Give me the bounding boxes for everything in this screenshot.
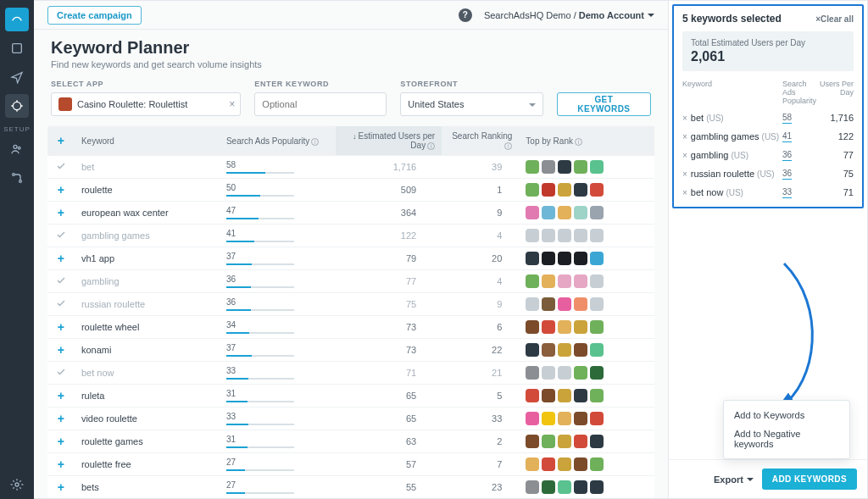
export-dropdown[interactable]: Export bbox=[714, 474, 754, 485]
selected-check-icon[interactable] bbox=[56, 369, 66, 379]
popularity-cell: 34 bbox=[220, 316, 336, 339]
users-cell: 73 bbox=[336, 339, 442, 362]
popularity-cell: 36 bbox=[220, 270, 336, 293]
users-cell: 122 bbox=[336, 225, 442, 247]
table-row[interactable]: +roulette wheel34736 bbox=[47, 316, 654, 339]
add-keywords-button[interactable]: ADD KEYWORDS bbox=[762, 469, 857, 490]
table-row[interactable]: gambling36774 bbox=[47, 270, 654, 293]
nav-flow-icon[interactable] bbox=[5, 166, 29, 190]
nav-users-icon[interactable] bbox=[5, 137, 29, 161]
side-col-users: Users Per Day bbox=[818, 80, 854, 105]
users-cell: 79 bbox=[336, 247, 442, 270]
enter-keyword-label: ENTER KEYWORD bbox=[254, 80, 387, 88]
help-icon[interactable]: ? bbox=[459, 8, 472, 22]
table-row[interactable]: +ruleta31655 bbox=[47, 385, 654, 408]
selected-check-icon[interactable] bbox=[56, 163, 66, 173]
clear-app-icon[interactable]: × bbox=[229, 98, 235, 110]
settings-icon[interactable] bbox=[5, 473, 29, 496]
keyword-cell: video roulette bbox=[75, 408, 220, 430]
nav-target-icon[interactable] bbox=[5, 94, 29, 118]
remove-keyword-icon[interactable]: × bbox=[682, 132, 687, 141]
table-row[interactable]: bet now337121 bbox=[47, 362, 654, 385]
add-keyword-icon[interactable]: + bbox=[58, 412, 64, 425]
nav-dashboard-icon[interactable] bbox=[5, 36, 29, 60]
popularity-cell: 31 bbox=[220, 430, 336, 453]
selection-summary-box: 5 keywords selected ×Clear all Total Est… bbox=[672, 4, 864, 208]
table-row[interactable]: +video roulette336533 bbox=[47, 408, 654, 430]
users-cell: 77 bbox=[336, 270, 442, 293]
remove-keyword-icon[interactable]: × bbox=[682, 169, 687, 179]
add-all-icon[interactable]: + bbox=[58, 134, 64, 147]
add-keyword-icon[interactable]: + bbox=[58, 389, 64, 402]
add-keyword-icon[interactable]: + bbox=[58, 480, 64, 494]
page-subtitle: Find new keywords and get search volume … bbox=[51, 59, 651, 69]
remove-keyword-icon[interactable]: × bbox=[682, 151, 687, 160]
get-keywords-button[interactable]: GET KEYWORDS bbox=[557, 92, 651, 116]
selected-keyword-users: 122 bbox=[818, 131, 854, 141]
add-keyword-icon[interactable]: + bbox=[58, 457, 64, 471]
rank-cell: 4 bbox=[442, 270, 519, 293]
popover-add-negative[interactable]: Add to Negative keywords bbox=[724, 424, 849, 453]
rank-cell: 20 bbox=[442, 247, 519, 270]
storefront-dropdown[interactable]: United States bbox=[400, 92, 542, 116]
table-row[interactable]: +konami377322 bbox=[47, 339, 654, 362]
top-apps-cell bbox=[519, 202, 654, 225]
keyword-cell: roulette games bbox=[75, 430, 220, 453]
selected-keyword-name: gambling(US) bbox=[691, 150, 782, 160]
account-switcher[interactable]: SearchAdsHQ Demo / Demo Account bbox=[484, 10, 654, 20]
rank-cell: 23 bbox=[442, 476, 519, 499]
add-keyword-icon[interactable]: + bbox=[58, 320, 64, 334]
table-row[interactable]: +roulette505091 bbox=[47, 179, 654, 202]
table-row[interactable]: +roulette free27577 bbox=[47, 453, 654, 476]
popover-add-keywords[interactable]: Add to Keywords bbox=[724, 406, 849, 424]
add-keyword-icon[interactable]: + bbox=[58, 252, 64, 265]
rank-cell: 1 bbox=[442, 179, 519, 202]
select-app-dropdown[interactable]: Casino Roulette: Roulettist × bbox=[51, 92, 241, 116]
table-row[interactable]: bet581,71639 bbox=[47, 156, 654, 179]
keyword-cell: roulette free bbox=[75, 453, 220, 476]
rank-cell: 33 bbox=[442, 408, 519, 430]
add-keyword-icon[interactable]: + bbox=[58, 435, 64, 448]
selected-check-icon[interactable] bbox=[56, 277, 66, 287]
popularity-cell: 58 bbox=[220, 156, 336, 179]
selected-check-icon[interactable] bbox=[56, 231, 66, 241]
top-apps-cell bbox=[519, 270, 654, 293]
add-keyword-icon[interactable]: + bbox=[58, 183, 64, 197]
page-title: Keyword Planner bbox=[51, 38, 651, 58]
selected-keyword-pop: 41 bbox=[782, 130, 818, 142]
select-app-value: Casino Roulette: Roulettist bbox=[77, 99, 187, 109]
selected-keyword-name: russian roulette(US) bbox=[691, 169, 782, 179]
select-app-label: SELECT APP bbox=[51, 80, 241, 88]
top-apps-cell bbox=[519, 316, 654, 339]
remove-keyword-icon[interactable]: × bbox=[682, 114, 687, 123]
popularity-cell: 36 bbox=[220, 293, 336, 316]
selected-check-icon[interactable] bbox=[56, 300, 66, 310]
table-row[interactable]: +bets275523 bbox=[47, 476, 654, 499]
users-cell: 71 bbox=[336, 362, 442, 385]
logo-icon[interactable] bbox=[5, 8, 29, 31]
add-keywords-popover: Add to Keywords Add to Negative keywords bbox=[723, 400, 850, 459]
col-rank: Search Rankingi bbox=[442, 126, 519, 156]
table-row[interactable]: +vh1 app377920 bbox=[47, 247, 654, 270]
topbar: Create campaign ? SearchAdsHQ Demo / Dem… bbox=[34, 1, 668, 30]
side-col-keyword: Keyword bbox=[682, 80, 782, 105]
table-row[interactable]: +european wax center473649 bbox=[47, 202, 654, 225]
table-row[interactable]: +roulette games31632 bbox=[47, 430, 654, 453]
add-keyword-icon[interactable]: + bbox=[58, 343, 64, 357]
keyword-input[interactable] bbox=[254, 92, 387, 116]
rank-cell: 39 bbox=[442, 156, 519, 179]
popularity-cell: 37 bbox=[220, 247, 336, 270]
nav-send-icon[interactable] bbox=[5, 65, 29, 89]
users-cell: 1,716 bbox=[336, 156, 442, 179]
create-campaign-button[interactable]: Create campaign bbox=[47, 6, 142, 25]
table-row[interactable]: russian roulette36759 bbox=[47, 293, 654, 316]
chevron-down-icon bbox=[529, 103, 536, 110]
users-cell: 73 bbox=[336, 316, 442, 339]
top-apps-cell bbox=[519, 339, 654, 362]
table-row[interactable]: gambling games411224 bbox=[47, 225, 654, 247]
popularity-cell: 27 bbox=[220, 476, 336, 499]
add-keyword-icon[interactable]: + bbox=[58, 206, 64, 219]
selected-keyword-row: ×bet now(US)3371 bbox=[682, 186, 854, 198]
remove-keyword-icon[interactable]: × bbox=[682, 188, 687, 197]
clear-all-link[interactable]: ×Clear all bbox=[815, 14, 854, 24]
